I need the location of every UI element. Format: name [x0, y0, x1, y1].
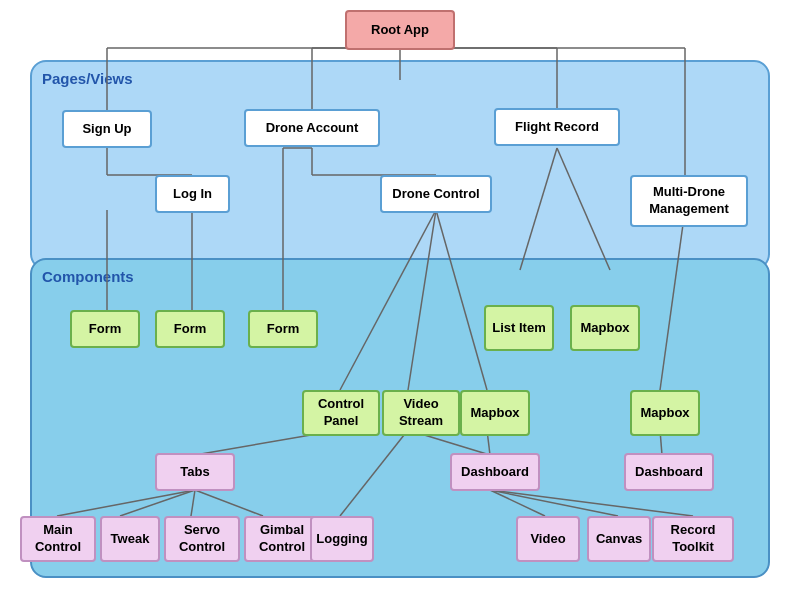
servocontrol-node: Servo Control [164, 516, 240, 562]
flightrecord-label: Flight Record [515, 119, 599, 136]
signup-label: Sign Up [82, 121, 131, 138]
maincontrol-node: Main Control [20, 516, 96, 562]
mapbox1-label: Mapbox [580, 320, 629, 337]
tabs-label: Tabs [180, 464, 209, 481]
multidrone-node: Multi-Drone Management [630, 175, 748, 227]
login-node: Log In [155, 175, 230, 213]
listitem-node: List Item [484, 305, 554, 351]
mapbox3-node: Mapbox [630, 390, 700, 436]
logging-node: Logging [310, 516, 374, 562]
dashboard1-label: Dashboard [461, 464, 529, 481]
tweak-node: Tweak [100, 516, 160, 562]
droneaccount-label: Drone Account [266, 120, 359, 137]
components-label: Components [42, 268, 134, 285]
recordtoolkit-node: Record Toolkit [652, 516, 734, 562]
multidrone-label: Multi-Drone Management [632, 184, 746, 218]
gimbalcontrol-node: Gimbal Control [244, 516, 320, 562]
signup-node: Sign Up [62, 110, 152, 148]
login-label: Log In [173, 186, 212, 203]
controlpanel-node: Control Panel [302, 390, 380, 436]
form3-node: Form [248, 310, 318, 348]
videostream-node: Video Stream [382, 390, 460, 436]
videostream-label: Video Stream [384, 396, 458, 430]
root-node: Root App [345, 10, 455, 50]
dronecontrol-label: Drone Control [392, 186, 479, 203]
form2-label: Form [174, 321, 207, 338]
form1-node: Form [70, 310, 140, 348]
form1-label: Form [89, 321, 122, 338]
dashboard2-node: Dashboard [624, 453, 714, 491]
canvas-label: Canvas [596, 531, 642, 548]
mapbox2-node: Mapbox [460, 390, 530, 436]
root-label: Root App [371, 22, 429, 39]
dashboard1-node: Dashboard [450, 453, 540, 491]
dronecontrol-node: Drone Control [380, 175, 492, 213]
mapbox1-node: Mapbox [570, 305, 640, 351]
droneaccount-node: Drone Account [244, 109, 380, 147]
diagram-container: Pages/Views Components [0, 0, 800, 603]
logging-label: Logging [316, 531, 367, 548]
mapbox2-label: Mapbox [470, 405, 519, 422]
gimbalcontrol-label: Gimbal Control [246, 522, 318, 556]
form3-label: Form [267, 321, 300, 338]
video-node: Video [516, 516, 580, 562]
form2-node: Form [155, 310, 225, 348]
pages-label: Pages/Views [42, 70, 133, 87]
maincontrol-label: Main Control [22, 522, 94, 556]
recordtoolkit-label: Record Toolkit [654, 522, 732, 556]
video-label: Video [530, 531, 565, 548]
listitem-label: List Item [492, 320, 545, 337]
servocontrol-label: Servo Control [166, 522, 238, 556]
tweak-label: Tweak [111, 531, 150, 548]
canvas-node: Canvas [587, 516, 651, 562]
controlpanel-label: Control Panel [304, 396, 378, 430]
region-pages: Pages/Views [30, 60, 770, 270]
tabs-node: Tabs [155, 453, 235, 491]
mapbox3-label: Mapbox [640, 405, 689, 422]
dashboard2-label: Dashboard [635, 464, 703, 481]
flightrecord-node: Flight Record [494, 108, 620, 146]
